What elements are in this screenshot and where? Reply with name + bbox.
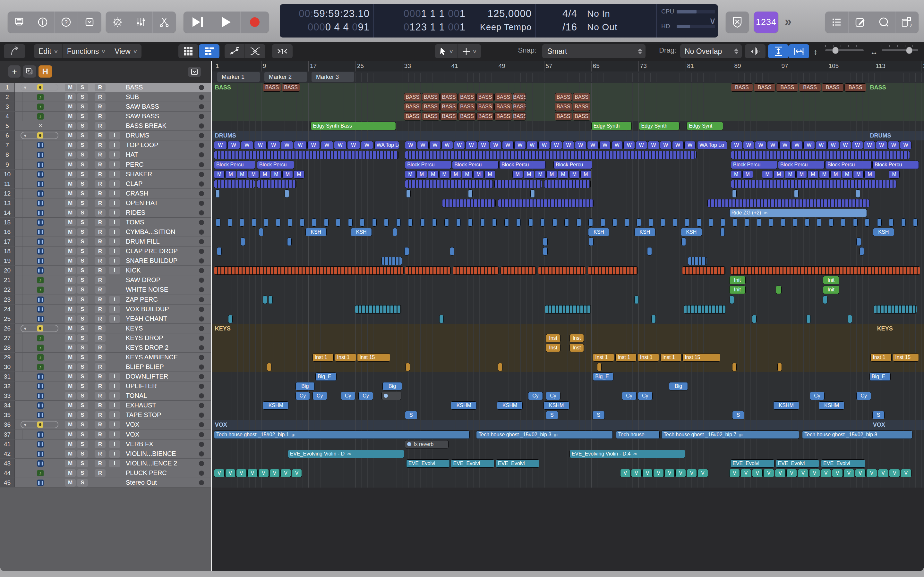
region-s[interactable]: S — [405, 411, 417, 419]
region-v[interactable]: V — [809, 469, 820, 477]
region-block-percu[interactable]: Block Percu — [825, 161, 872, 169]
region-w[interactable]: W — [779, 141, 791, 149]
region-tick[interactable] — [856, 237, 861, 246]
region-tick[interactable] — [552, 218, 557, 227]
solo-button[interactable]: S — [77, 286, 88, 293]
track-name[interactable]: SNARE BUILDUP — [126, 256, 178, 266]
region-block-percu[interactable]: Block Percu — [214, 161, 255, 169]
region-eve-evolving-violin-d-4[interactable]: EVE_Evolving Violin - D.4○○ — [569, 450, 686, 458]
region[interactable] — [682, 266, 726, 275]
region-m[interactable]: M — [282, 170, 293, 179]
mute-button[interactable]: M — [65, 460, 76, 467]
region-tick[interactable] — [697, 218, 701, 227]
track-name[interactable]: CLAP — [126, 179, 142, 189]
region[interactable] — [501, 266, 536, 275]
region-tick[interactable] — [267, 363, 271, 371]
region-tick[interactable] — [216, 218, 220, 227]
region[interactable] — [544, 180, 591, 188]
mute-button[interactable]: M — [65, 431, 76, 438]
region-w[interactable]: W — [417, 141, 429, 149]
track-name[interactable]: SAW BASS — [126, 102, 159, 111]
region-v[interactable]: V — [729, 469, 740, 477]
region-init[interactable]: Init — [729, 276, 746, 284]
region-w[interactable]: W — [755, 141, 766, 149]
region-bass[interactable]: BASS — [573, 112, 590, 121]
region-v[interactable]: V — [664, 469, 675, 477]
track-row-keys[interactable]: 26▼MSRKEYS — [0, 324, 211, 334]
region-tick[interactable] — [468, 189, 473, 198]
record-enable-button[interactable]: R — [95, 382, 105, 390]
region[interactable] — [545, 305, 591, 314]
region-kshm[interactable]: KSHM — [451, 401, 477, 410]
record-enable-button[interactable]: R — [95, 103, 105, 111]
region-m[interactable]: M — [830, 170, 841, 179]
region-tick[interactable] — [685, 218, 689, 227]
lcd-display[interactable]: 00:59:59:23.10 0000 4 4 091 0001 1 1 001… — [280, 4, 718, 37]
input-monitor-button[interactable]: I — [109, 199, 120, 207]
region-w[interactable]: W — [888, 141, 900, 149]
input-monitor-button[interactable]: I — [109, 392, 120, 400]
solo-button[interactable]: S — [77, 84, 88, 91]
solo-button[interactable]: S — [77, 354, 88, 361]
mute-button[interactable]: M — [65, 306, 76, 313]
duplicate-track-button[interactable] — [23, 65, 36, 77]
record-enable-button[interactable]: R — [95, 402, 105, 409]
region-cy[interactable]: Cy — [856, 392, 871, 400]
region-ksh[interactable]: KSH — [588, 228, 609, 236]
region-cy[interactable]: Cy — [546, 392, 561, 400]
marker-strip[interactable]: Marker 1Marker 2Marker 3 — [212, 71, 924, 83]
input-monitor-button[interactable]: I — [109, 411, 120, 419]
region-inst-1[interactable]: Inst 1 — [593, 353, 614, 362]
region-bass[interactable]: BASS — [513, 112, 525, 121]
track-name[interactable]: SHAKER — [126, 169, 152, 179]
note-pads-button[interactable] — [849, 11, 872, 33]
track-row-bass[interactable]: 1▼MSRBASS — [0, 83, 211, 92]
region-tick[interactable] — [856, 189, 860, 198]
track-row-rides[interactable]: 14MSRIRIDES — [0, 208, 211, 218]
region-tick[interactable] — [913, 218, 918, 227]
track-name[interactable]: UPLIFTER — [126, 382, 157, 391]
solo-button[interactable]: S — [77, 267, 88, 274]
track-row-sub[interactable]: 2♪MSRSUB — [0, 92, 211, 102]
region-inst[interactable]: Inst — [546, 334, 561, 342]
region-tick[interactable] — [516, 218, 521, 227]
solo-button[interactable]: S — [77, 238, 88, 245]
tracks-view-button[interactable] — [199, 44, 220, 58]
region[interactable] — [381, 392, 401, 400]
solo-button[interactable]: S — [77, 450, 88, 458]
region-bass[interactable]: BASS — [422, 93, 439, 101]
input-monitor-button[interactable]: I — [109, 180, 120, 188]
region-ride-zg-2-[interactable]: Ride ZG (+2)○○ — [729, 209, 867, 217]
region-w[interactable]: W — [267, 141, 280, 149]
solo-button[interactable]: S — [77, 132, 88, 139]
region-bass[interactable]: BASS — [282, 83, 300, 92]
region-w[interactable]: W — [575, 141, 586, 149]
solo-button[interactable]: S — [77, 479, 88, 487]
region-big[interactable]: Big — [669, 382, 688, 390]
record-enable-button[interactable]: R — [95, 440, 105, 448]
track-row-keys-ambience[interactable]: 29♪MSRKEYS AMBIENCE — [0, 353, 211, 362]
input-monitor-button[interactable]: I — [109, 132, 120, 139]
region[interactable] — [453, 266, 499, 275]
mute-button[interactable]: M — [65, 84, 76, 91]
solo-button[interactable]: S — [77, 190, 88, 197]
region-ksh[interactable]: KSH — [681, 228, 702, 236]
tuner-button[interactable] — [726, 11, 749, 33]
region-eve-evolvi[interactable]: EVE_Evolvi — [730, 459, 774, 468]
region-tick[interactable] — [720, 228, 725, 236]
region-wa-top-lo[interactable]: WA Top Lo — [697, 141, 727, 149]
mute-button[interactable]: M — [65, 228, 76, 236]
track-row-saw-drop[interactable]: 21♪MSRSAW DROP — [0, 276, 211, 285]
solo-button[interactable]: S — [77, 431, 88, 438]
region-v[interactable]: V — [631, 469, 642, 477]
track-name[interactable]: TAPE STOP — [126, 410, 161, 420]
mute-button[interactable]: M — [65, 199, 76, 207]
solo-button[interactable]: S — [77, 344, 88, 351]
region-tick[interactable] — [901, 218, 906, 227]
region-tick[interactable] — [530, 189, 535, 198]
region-tick[interactable] — [393, 228, 397, 236]
solo-button[interactable]: S — [77, 199, 88, 207]
marker[interactable]: Marker 2 — [264, 72, 307, 82]
region-m[interactable]: M — [214, 170, 225, 179]
region-tick[interactable] — [853, 218, 858, 227]
